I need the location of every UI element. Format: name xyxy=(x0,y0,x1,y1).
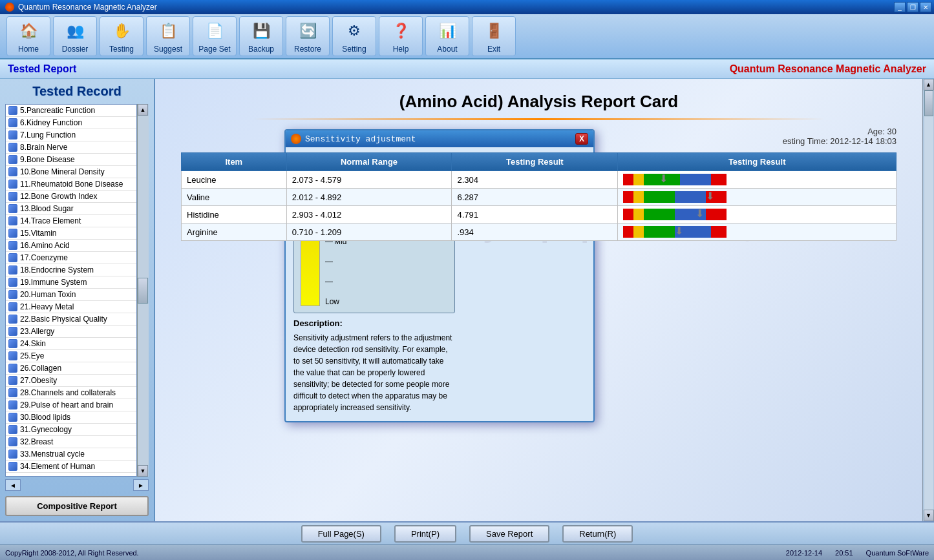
item-icon-25 xyxy=(8,413,17,422)
bar-arrow-3: ⬇ xyxy=(675,225,683,237)
sidebar-item-21[interactable]: 26.Collagen xyxy=(6,362,136,375)
sidebar-item-15[interactable]: 20.Human Toxin xyxy=(6,289,136,301)
item-icon-15 xyxy=(8,290,17,299)
sidebar-item-10[interactable]: 15.Vitamin xyxy=(6,227,136,240)
item-icon-2 xyxy=(8,130,17,140)
sidebar-item-28[interactable]: 33.Menstrual cycle xyxy=(6,448,136,461)
full-page-button[interactable]: Full Page(S) xyxy=(301,525,381,543)
sidebar-item-12[interactable]: 17.Coenzyme xyxy=(6,252,136,264)
sidebar-item-11[interactable]: 16.Amino Acid xyxy=(6,240,136,252)
toolbar-icon-1: 👥 xyxy=(63,19,87,43)
cell-value-3: .934 xyxy=(452,223,618,241)
result-bar-3: ⬇ xyxy=(623,226,727,238)
cell-value-0: 2.304 xyxy=(452,171,618,189)
sidebar-item-13[interactable]: 18.Endocrine System xyxy=(6,264,136,276)
scroll-down-btn[interactable]: ▼ xyxy=(924,510,934,521)
sidebar-item-25[interactable]: 30.Blood lipids xyxy=(6,411,136,424)
sidebar-item-22[interactable]: 27.Obesity xyxy=(6,375,136,387)
toolbar-label-6: Restore xyxy=(294,45,321,54)
sidebar-item-16[interactable]: 21.Heavy Metal xyxy=(6,301,136,313)
right-scrollbar[interactable]: ▲ ▼ xyxy=(922,79,934,521)
sidebar-item-29[interactable]: 34.Element of Human xyxy=(6,461,136,473)
sidebar-item-5[interactable]: 10.Bone Mineral Density xyxy=(6,166,136,178)
sidebar-scroll-down[interactable]: ▼ xyxy=(138,465,148,477)
sidebar-item-2[interactable]: 7.Lung Function xyxy=(6,129,136,141)
toolbar-label-10: Exit xyxy=(487,45,500,54)
desc-text: Sensitivity adjustment refers to the adj… xyxy=(293,332,455,413)
sidebar-item-17[interactable]: 22.Basic Physical Quality xyxy=(6,313,136,326)
toolbar-btn-page-set[interactable]: 📄Page Set xyxy=(193,16,237,56)
modal-description: Description: Sensitivity adjustment refe… xyxy=(293,318,455,413)
print-button[interactable]: Print(P) xyxy=(394,525,456,543)
cell-range-3: 0.710 - 1.209 xyxy=(286,223,452,241)
cell-item-1: Valine xyxy=(182,189,287,206)
sidebar-item-8[interactable]: 13.Blood Sugar xyxy=(6,203,136,215)
sidebar-item-3[interactable]: 8.Brain Nerve xyxy=(6,141,136,154)
testing-time-label: esting Time: 2012-12-14 18:03 xyxy=(783,136,897,146)
sidebar-item-26[interactable]: 31.Gynecology xyxy=(6,424,136,436)
restore-button[interactable]: ❐ xyxy=(907,2,918,12)
cell-range-1: 2.012 - 4.892 xyxy=(286,189,452,206)
item-icon-29 xyxy=(8,462,17,471)
sidebar-item-4[interactable]: 9.Bone Disease xyxy=(6,154,136,166)
cell-item-3: Arginine xyxy=(182,223,287,241)
toolbar-icon-7: ⚙ xyxy=(343,19,366,43)
status-software: Quantum SoFtWare xyxy=(866,549,929,557)
compositive-report-button[interactable]: Compositive Report xyxy=(5,496,149,516)
item-icon-1 xyxy=(8,118,17,127)
item-icon-17 xyxy=(8,315,17,324)
col-range: Normal Range xyxy=(286,153,452,171)
toolbar-btn-exit[interactable]: 🚪Exit xyxy=(472,16,516,56)
toolbar-btn-suggest[interactable]: 📋Suggest xyxy=(146,16,190,56)
toolbar-icon-10: 🚪 xyxy=(482,19,505,43)
toolbar-btn-restore[interactable]: 🔄Restore xyxy=(286,16,330,56)
col-value: Testing Result xyxy=(452,153,618,171)
desc-title: Description: xyxy=(293,318,455,328)
scroll-up-btn[interactable]: ▲ xyxy=(924,79,934,90)
sidebar-item-6[interactable]: 11.Rheumatoid Bone Disease xyxy=(6,178,136,191)
scroll-thumb[interactable] xyxy=(924,90,933,116)
toolbar-btn-home[interactable]: 🏠Home xyxy=(6,16,50,56)
close-button[interactable]: ✕ xyxy=(920,2,931,12)
item-icon-19 xyxy=(8,339,17,348)
orange-divider xyxy=(253,118,825,120)
scroll-right-btn[interactable]: ► xyxy=(133,479,149,491)
toolbar-icon-8: ❓ xyxy=(389,19,412,43)
bar-yellow-2 xyxy=(633,209,644,220)
status-bar: CopyRight 2008-2012, All Right Reserved.… xyxy=(0,544,934,560)
sidebar-item-23[interactable]: 28.Channels and collaterals xyxy=(6,387,136,399)
sidebar-item-19[interactable]: 24.Skin xyxy=(6,338,136,350)
gauge-dash-3: — xyxy=(325,257,346,266)
sidebar-item-24[interactable]: 29.Pulse of heart and brain xyxy=(6,399,136,411)
bar-red-left-0 xyxy=(623,174,633,185)
sidebar-scrollbar-thumb[interactable] xyxy=(138,278,148,304)
return-button[interactable]: Return(R) xyxy=(562,525,633,543)
modal-close-button[interactable]: X xyxy=(575,133,588,145)
toolbar-btn-setting[interactable]: ⚙Setting xyxy=(332,16,376,56)
sidebar-item-7[interactable]: 12.Bone Growth Index xyxy=(6,191,136,203)
minimize-button[interactable]: _ xyxy=(894,2,906,12)
sidebar-item-1[interactable]: 6.Kidney Function xyxy=(6,117,136,129)
toolbar-btn-help[interactable]: ❓Help xyxy=(379,16,423,56)
toolbar-btn-dossier[interactable]: 👥Dossier xyxy=(53,16,97,56)
sidebar-list[interactable]: 5.Pancreatic Function6.Kidney Function7.… xyxy=(5,104,137,477)
toolbar-label-3: Suggest xyxy=(154,45,182,54)
save-report-button[interactable]: Save Report xyxy=(469,525,549,543)
bottom-toolbar: Full Page(S) Print(P) Save Report Return… xyxy=(0,521,934,544)
sidebar-item-0[interactable]: 5.Pancreatic Function xyxy=(6,105,136,117)
sidebar-item-18[interactable]: 23.Allergy xyxy=(6,326,136,338)
toolbar-btn-testing[interactable]: ✋Testing xyxy=(100,16,143,56)
toolbar-btn-backup[interactable]: 💾Backup xyxy=(239,16,283,56)
toolbar-btn-about[interactable]: 📊About xyxy=(425,16,469,56)
toolbar-icon-2: ✋ xyxy=(110,19,133,43)
sidebar-item-14[interactable]: 19.Immune System xyxy=(6,276,136,289)
sidebar-item-27[interactable]: 32.Breast xyxy=(6,436,136,448)
item-icon-26 xyxy=(8,425,17,434)
scroll-left-btn[interactable]: ◄ xyxy=(5,479,21,491)
bar-arrow-1: ⬇ xyxy=(706,190,714,202)
sidebar-scroll-up[interactable]: ▲ xyxy=(138,104,148,116)
sidebar-item-9[interactable]: 14.Trace Element xyxy=(6,215,136,227)
toolbar-icon-5: 💾 xyxy=(249,19,273,43)
sidebar-item-20[interactable]: 25.Eye xyxy=(6,350,136,362)
cell-item-0: Leucine xyxy=(182,171,287,189)
